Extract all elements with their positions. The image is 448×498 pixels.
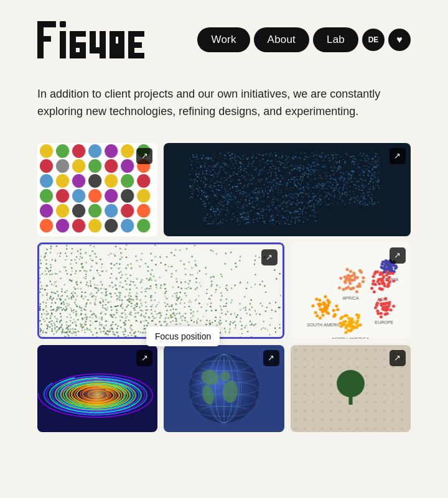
gallery-item-dots[interactable]: ↗ xyxy=(37,143,157,236)
work-button[interactable]: Work xyxy=(197,27,250,52)
svg-rect-19 xyxy=(128,31,144,37)
gallery-item-usa-map[interactable]: ↗ xyxy=(164,143,411,236)
svg-rect-21 xyxy=(128,53,144,58)
svg-rect-20 xyxy=(128,42,142,48)
svg-rect-17 xyxy=(116,46,124,58)
logo-svg xyxy=(37,19,146,61)
external-link-icon-globe: ↗ xyxy=(263,350,279,366)
heart-button[interactable]: ♥ xyxy=(388,29,411,51)
external-link-icon-usa: ↗ xyxy=(390,148,406,164)
external-link-icon-green: ↗ xyxy=(261,249,278,265)
gallery-item-spiral[interactable]: ↗ xyxy=(37,345,157,432)
page-description: In addition to client projects and our o… xyxy=(37,86,386,121)
svg-rect-15 xyxy=(118,31,124,44)
gallery-container: ↗ ↗ ↗ ↗ ↗ xyxy=(37,143,411,432)
external-link-icon-dots: ↗ xyxy=(136,148,152,164)
svg-rect-1 xyxy=(37,21,56,27)
about-button[interactable]: About xyxy=(254,27,309,52)
lab-button[interactable]: Lab xyxy=(313,27,358,52)
svg-rect-12 xyxy=(100,31,106,58)
gallery-item-continents[interactable]: ↗ xyxy=(291,242,411,339)
svg-rect-4 xyxy=(60,31,66,58)
gallery-item-globe[interactable]: ↗ xyxy=(164,345,284,432)
logo xyxy=(37,19,146,61)
language-button[interactable]: DE xyxy=(362,29,385,51)
svg-rect-3 xyxy=(60,21,66,27)
gallery-grid: ↗ ↗ ↗ ↗ ↗ xyxy=(37,143,411,432)
external-link-icon-tree: ↗ xyxy=(390,350,406,366)
svg-rect-9 xyxy=(76,42,86,48)
external-link-icon-continents: ↗ xyxy=(390,247,406,264)
svg-rect-2 xyxy=(37,36,51,42)
header: Work About Lab DE ♥ xyxy=(37,19,411,61)
external-link-icon-spiral: ↗ xyxy=(136,350,152,366)
gallery-item-tree[interactable]: ↗ xyxy=(291,345,411,432)
svg-rect-6 xyxy=(70,31,86,37)
gallery-item-green-dots[interactable]: ↗ xyxy=(37,242,284,339)
nav: Work About Lab DE ♥ xyxy=(197,27,411,52)
